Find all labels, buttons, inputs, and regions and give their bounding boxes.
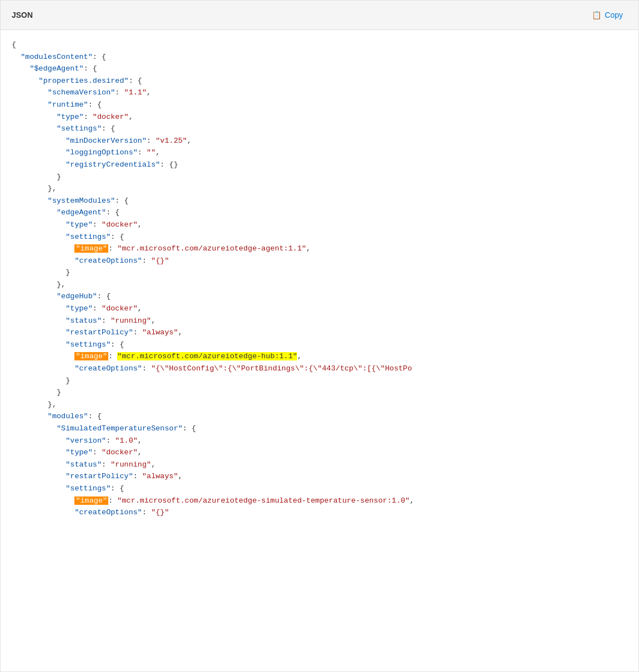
copy-label: Copy bbox=[605, 11, 623, 19]
copy-icon: 📋 bbox=[592, 11, 601, 19]
viewer-title: JSON bbox=[12, 11, 33, 19]
json-viewer: JSON 📋 Copy { "modulesContent": { "$edge… bbox=[0, 0, 639, 672]
viewer-header: JSON 📋 Copy bbox=[1, 1, 638, 30]
copy-button[interactable]: 📋 Copy bbox=[587, 8, 627, 22]
code-content: { "modulesContent": { "$edgeAgent": { "p… bbox=[1, 30, 638, 528]
